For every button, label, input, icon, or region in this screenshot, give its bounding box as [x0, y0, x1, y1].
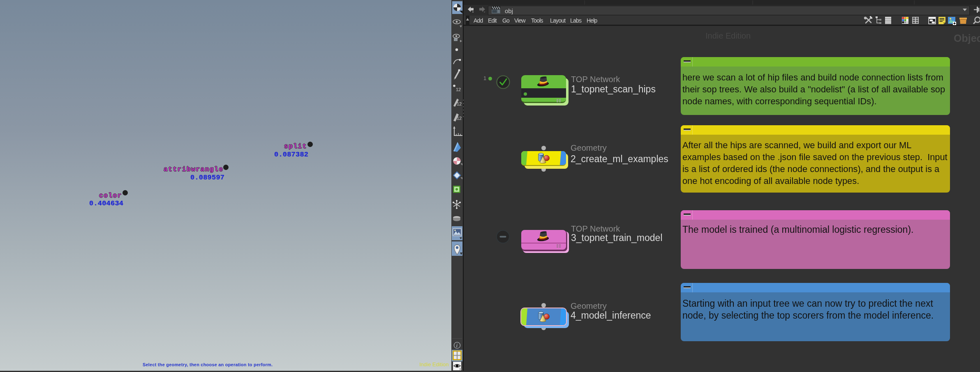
svg-text:i: i: [456, 343, 458, 348]
svg-text:12: 12: [457, 116, 462, 121]
svg-text:12: 12: [457, 101, 462, 106]
svg-text:12: 12: [456, 87, 461, 92]
